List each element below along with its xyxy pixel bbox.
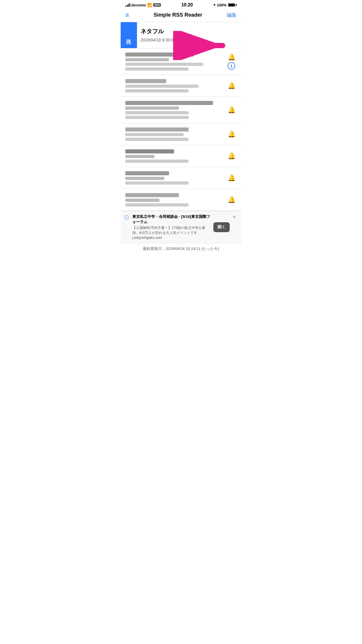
blurred-content-line	[125, 79, 166, 83]
blurred-content-line	[125, 63, 203, 66]
feed-item-content	[125, 101, 226, 119]
battery-percent: 100%	[217, 3, 226, 7]
battery-tip	[236, 4, 237, 6]
signal-bar-1	[125, 6, 126, 7]
blurred-content-line	[125, 181, 189, 185]
ad-text-block: 東京私立中学・合同相談会 - [5/19]東京国際フォーラム 【入場無料/予約不…	[132, 214, 210, 240]
feed-item-content	[125, 193, 226, 206]
feed-item[interactable]: 🔔	[121, 75, 241, 97]
feed-item[interactable]: 🔔	[121, 167, 241, 189]
last-updated-text: 最終更新日：2019/04/18 10:19:11 (たった今)	[143, 246, 219, 251]
bell-icon[interactable]: 🔔	[226, 193, 237, 206]
bell-icon[interactable]: 🔔1	[226, 52, 237, 71]
info-icon: ⓘ	[124, 215, 129, 221]
app-title: Simple RSS Reader	[154, 12, 202, 18]
navigation-bar: ≡ Simple RSS Reader 編集	[121, 9, 241, 22]
blurred-content-line	[125, 203, 189, 206]
carrier-label: docomo	[131, 3, 146, 7]
feed-list: 🔔1🔔🔔🔔🔔🔔🔔	[121, 48, 241, 211]
featured-content: ネタフル 2019/04/18 9:30:00 (50 分前)	[137, 22, 241, 48]
menu-icon[interactable]: ≡	[125, 12, 129, 18]
blurred-content-line	[125, 58, 169, 61]
featured-item[interactable]: 既読 ネタフル 2019/04/18 9:30:00 (50 分前)	[121, 22, 241, 48]
blurred-content-line	[125, 193, 179, 197]
feed-item[interactable]: 🔔	[121, 97, 241, 123]
status-time: 10:20	[181, 2, 193, 8]
blurred-content-line	[125, 111, 189, 114]
blurred-content-line	[125, 155, 154, 158]
feed-item-content	[125, 149, 226, 163]
location-icon: ⌖	[213, 3, 215, 7]
status-left: docomo 📶 VPN	[125, 3, 161, 7]
feed-item[interactable]: 🔔	[121, 189, 241, 211]
blurred-content-line	[125, 116, 189, 119]
signal-bar-2	[127, 5, 128, 7]
battery-fill	[229, 4, 235, 6]
blurred-content-line	[125, 52, 194, 57]
signal-bars	[125, 3, 130, 7]
bell-icon[interactable]: 🔔	[226, 79, 237, 92]
featured-date: 2019/04/18 9:30:00 (50 分前)	[140, 38, 238, 43]
signal-bar-4	[129, 3, 130, 7]
bell-icon[interactable]: 🔔	[226, 127, 237, 141]
ad-banner: ⓘ 東京私立中学・合同相談会 - [5/19]東京国際フォーラム 【入場無料/予…	[121, 211, 241, 243]
blurred-content-line	[125, 101, 213, 105]
blurred-content-line	[125, 149, 174, 153]
blurred-content-line	[125, 67, 189, 71]
blurred-content-line	[125, 138, 189, 141]
feed-item[interactable]: 🔔1	[121, 48, 241, 75]
feed-item-content	[125, 79, 226, 92]
status-bar: docomo 📶 VPN 10:20 ⌖ 100%	[121, 0, 241, 9]
close-icon[interactable]: ✕	[233, 215, 238, 219]
footer-bar: 最終更新日：2019/04/18 10:19:11 (たった今)	[121, 243, 241, 254]
feed-item-content	[125, 127, 226, 141]
ad-description: 【入場無料/予約不要！】175校の私立中学が参加。約3万人が訪れる大人気イベント…	[132, 225, 210, 240]
battery-icon	[228, 3, 237, 7]
blurred-content-line	[125, 133, 184, 136]
blurred-content-line	[125, 85, 198, 88]
blurred-content-line	[125, 199, 159, 202]
wifi-icon: 📶	[147, 3, 152, 7]
vpn-badge: VPN	[153, 3, 161, 7]
feed-item[interactable]: 🔔	[121, 123, 241, 145]
battery-body	[228, 3, 235, 7]
edit-button[interactable]: 編集	[227, 12, 237, 18]
feed-item-content	[125, 171, 226, 185]
ad-title: 東京私立中学・合同相談会 - [5/19]東京国際フォーラム	[132, 214, 210, 225]
blurred-content-line	[125, 106, 179, 110]
bell-icon[interactable]: 🔔	[226, 171, 237, 185]
blurred-content-line	[125, 160, 189, 163]
blurred-content-line	[125, 177, 164, 180]
blurred-content-line	[125, 89, 189, 92]
feed-item-content	[125, 52, 226, 71]
signal-bar-3	[128, 4, 129, 7]
blurred-content-line	[125, 127, 189, 132]
feed-item[interactable]: 🔔	[121, 145, 241, 167]
blurred-content-line	[125, 171, 169, 175]
status-right: ⌖ 100%	[213, 3, 237, 7]
bell-icon[interactable]: 🔔	[226, 149, 237, 163]
featured-title: ネタフル	[140, 27, 238, 35]
ad-open-button[interactable]: 開く	[213, 222, 230, 232]
notification-count: 1	[228, 62, 235, 70]
bell-icon[interactable]: 🔔	[226, 101, 237, 119]
read-badge: 既読	[121, 22, 137, 48]
